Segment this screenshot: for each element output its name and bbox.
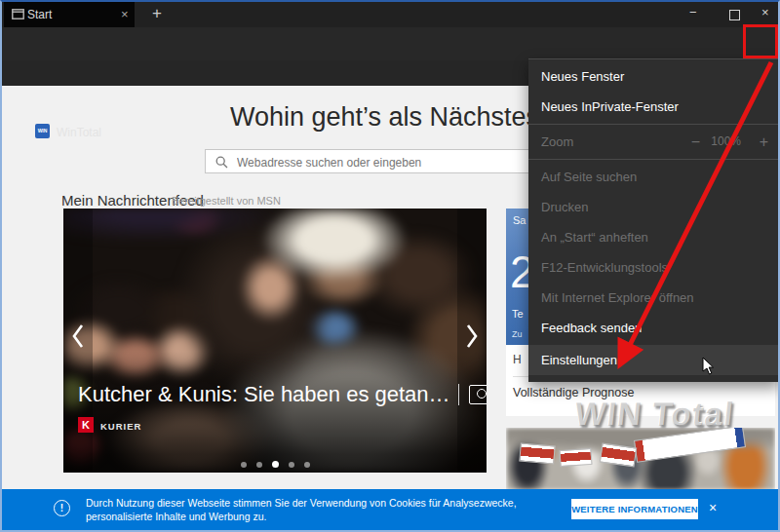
menu-item-zoom: Zoom − 100% + [528, 127, 780, 157]
zoom-in-button: + [760, 127, 768, 157]
menu-label: Zoom [541, 134, 573, 149]
tab-bar: Start × + − × [2, 2, 778, 27]
separator [458, 384, 459, 405]
search-box[interactable] [205, 149, 579, 173]
camera-icon [469, 385, 487, 404]
menu-label: Einstellungen [541, 353, 617, 367]
cookie-banner: ! Durch Nutzung dieser Webseite stimmen … [2, 489, 778, 532]
menu-label: Neues Fenster [541, 69, 624, 84]
menu-item-f12-entwicklungstools: F12-Entwicklungstools [528, 252, 780, 283]
menu-item-drucken: Drucken [528, 192, 780, 222]
menu-item-feedback-senden[interactable]: Feedback senden [528, 313, 780, 343]
carousel-dot[interactable] [256, 462, 262, 468]
menu-item-auf-seite-suchen: Auf Seite suchen [528, 162, 780, 192]
news-headline[interactable]: Kutcher & Kunis: Sie haben es getan… [78, 382, 487, 407]
carousel-dots [63, 454, 487, 472]
menu-item-einstellungen[interactable]: Einstellungen [528, 345, 780, 375]
menu-item-neues-inprivate-fenster[interactable]: Neues InPrivate-Fenster [528, 92, 780, 122]
menu-item-an-start-anheften: An „Start“ anheften [528, 222, 780, 252]
weather-today: H [513, 353, 522, 366]
tab-title: Start [27, 8, 52, 21]
news-carousel[interactable]: Kutcher & Kunis: Sie haben es getan… K K… [63, 209, 487, 473]
info-icon: ! [54, 500, 70, 516]
carousel-dot[interactable] [304, 462, 310, 468]
carousel-prev-button[interactable] [63, 209, 93, 473]
window-close-button[interactable]: × [761, 5, 769, 19]
menu-item-mit-internet-explorer-oeffnen: Mit Internet Explorer öffnen [528, 283, 780, 313]
banner-close-icon[interactable]: × [709, 500, 717, 515]
minimize-button[interactable]: − [689, 5, 697, 19]
browser-window: Start × + − × ← → ↻ ⌂ ••• WIN WinTotal W… [0, 0, 780, 532]
weather-detail: Te [512, 308, 524, 320]
zoom-out-button: − [691, 127, 700, 157]
annotation-highlight-box [743, 24, 778, 58]
menu-item-neues-fenster[interactable]: Neues Fenster [528, 61, 780, 92]
mouse-cursor [702, 357, 716, 376]
menu-label: Drucken [541, 200, 588, 214]
navigation-bar: ← → ↻ ⌂ ••• [2, 27, 778, 60]
search-icon [215, 156, 228, 169]
carousel-dot[interactable] [272, 461, 279, 468]
wintotal-watermark: WIN Total [573, 396, 736, 434]
chevron-left-icon [71, 323, 85, 349]
more-information-button[interactable]: WEITERE INFORMATIONEN [571, 499, 698, 519]
zoom-level: 100% [711, 127, 741, 157]
menu-label: An „Start“ anheften [541, 230, 648, 245]
news-photo-card[interactable] [506, 428, 775, 490]
menu-label: Feedback senden [541, 321, 642, 335]
carousel-dot[interactable] [289, 462, 294, 468]
tab-start[interactable]: Start × [4, 2, 135, 27]
menu-label: Mit Internet Explorer öffnen [541, 290, 694, 305]
kurier-logo: K [78, 417, 94, 433]
weather-link: Zu [512, 329, 523, 339]
chevron-right-icon [465, 323, 479, 349]
menu-label: Neues InPrivate-Fenster [541, 99, 679, 114]
menu-label: F12-Entwicklungstools [541, 260, 668, 275]
search-input[interactable] [235, 151, 570, 173]
maximize-button[interactable] [729, 10, 740, 20]
cookie-message: Durch Nutzung dieser Webseite stimmen Si… [86, 496, 583, 523]
protest-sign [560, 448, 593, 468]
menu-divider [528, 124, 780, 125]
news-source: KURIER [100, 421, 141, 432]
carousel-next-button[interactable] [457, 209, 487, 473]
menu-divider [528, 159, 780, 160]
weather-location: Sa [513, 214, 526, 226]
menu-label: Auf Seite suchen [541, 170, 637, 184]
new-tab-button[interactable]: + [145, 4, 169, 23]
headline-text: Kutcher & Kunis: Sie haben es getan… [78, 382, 450, 406]
protest-sign [519, 442, 555, 464]
more-actions-menu: Neues Fenster Neues InPrivate-Fenster Zo… [528, 58, 780, 382]
tab-close-icon[interactable]: × [121, 7, 129, 21]
feed-provider: Bereitgestellt von MSN [172, 195, 281, 207]
page-icon [12, 9, 24, 19]
carousel-dot[interactable] [241, 462, 247, 468]
